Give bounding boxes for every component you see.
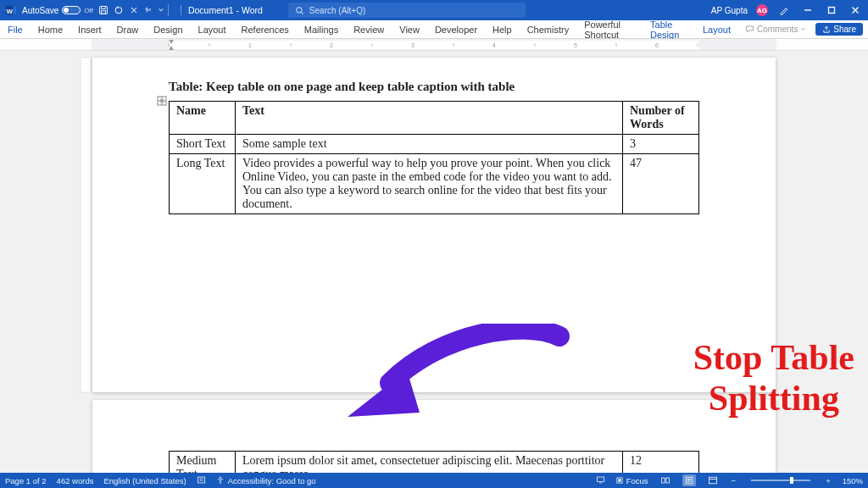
tab-insert[interactable]: Insert [70, 20, 109, 38]
autosave-state: Off [84, 7, 93, 14]
cell-text[interactable]: Video provides a powerful way to help yo… [236, 154, 623, 214]
save-icon[interactable] [98, 5, 108, 15]
annotation-line1: Stop Table [693, 337, 854, 378]
tab-home[interactable]: Home [31, 20, 70, 38]
svg-point-32 [220, 477, 221, 479]
zoom-in-button[interactable]: + [824, 476, 832, 485]
svg-rect-9 [92, 40, 776, 50]
read-mode-icon[interactable] [659, 474, 672, 486]
vertical-ruler[interactable] [80, 51, 92, 473]
word-app-icon: W [5, 4, 17, 16]
tab-references[interactable]: References [234, 20, 297, 38]
comments-button[interactable]: Comments [738, 20, 813, 38]
tab-file[interactable]: File [0, 20, 31, 38]
accessibility-icon [216, 476, 225, 485]
svg-rect-8 [829, 8, 835, 14]
redo-cancel-icon[interactable] [129, 5, 139, 15]
focus-icon [615, 476, 624, 485]
svg-rect-5 [101, 11, 105, 14]
status-macros-icon[interactable] [197, 475, 206, 486]
status-accessibility[interactable]: Accessibility: Good to go [216, 476, 316, 485]
chevron-down-icon[interactable] [158, 7, 164, 14]
print-layout-icon[interactable] [682, 474, 696, 486]
cell-num[interactable]: 12 [623, 452, 699, 474]
user-name[interactable]: AP Gupta [711, 6, 748, 15]
search-icon [295, 6, 304, 15]
chevron-down-icon [800, 26, 806, 32]
avatar[interactable]: AG [756, 4, 768, 16]
share-button[interactable]: Share [815, 23, 863, 36]
zoom-thumb[interactable] [790, 477, 793, 484]
title-bar: W AutoSave Off Document1 [0, 0, 868, 20]
tab-design[interactable]: Design [146, 20, 190, 38]
header-text[interactable]: Text [236, 102, 623, 135]
horizontal-ruler[interactable]: 123 456 [0, 39, 868, 51]
document-table-continued[interactable]: Medium Text Lorem ipsum dolor sit amet, … [169, 451, 699, 473]
zoom-out-button[interactable]: − [730, 476, 738, 485]
ribbon-tabs: File Home Insert Draw Design Layout Refe… [0, 20, 868, 39]
tab-help[interactable]: Help [485, 20, 520, 38]
web-layout-icon[interactable] [706, 474, 720, 486]
cell-text[interactable]: Some sample text [236, 135, 623, 154]
share-label: Share [833, 25, 856, 34]
header-name[interactable]: Name [170, 102, 236, 135]
tab-powerful-shortcut[interactable]: Powerful Shortcut [576, 20, 643, 38]
document-table[interactable]: Name Text Number of Words Short Text Som… [169, 101, 699, 214]
document-canvas[interactable]: Table: Keep table on one page and keep t… [0, 51, 868, 473]
svg-rect-31 [198, 477, 204, 483]
status-display-settings-icon[interactable] [596, 475, 605, 486]
svg-text:4: 4 [492, 42, 496, 48]
minimize-button[interactable] [800, 3, 815, 18]
table-row: Medium Text Lorem ipsum dolor sit amet, … [170, 452, 699, 474]
table-row: Long Text Video provides a powerful way … [170, 154, 699, 214]
tab-review[interactable]: Review [346, 20, 392, 38]
pen-icon[interactable] [776, 3, 792, 18]
table-anchor-icon[interactable] [157, 96, 167, 108]
tab-draw[interactable]: Draw [109, 20, 147, 38]
close-button[interactable] [848, 3, 863, 18]
cell-num[interactable]: 47 [623, 154, 699, 214]
svg-text:1: 1 [248, 42, 252, 48]
svg-rect-2 [14, 7, 17, 14]
cell-name[interactable]: Long Text [170, 154, 236, 214]
focus-label: Focus [626, 476, 648, 485]
autosave-toggle[interactable]: AutoSave Off [22, 6, 93, 15]
cell-num[interactable]: 3 [623, 135, 699, 154]
tab-developer[interactable]: Developer [427, 20, 485, 38]
header-number[interactable]: Number of Words [623, 102, 699, 135]
tab-table-design[interactable]: Table Design [643, 20, 695, 38]
tab-view[interactable]: View [392, 20, 427, 38]
zoom-slider[interactable] [751, 480, 810, 481]
tab-chemistry[interactable]: Chemistry [520, 20, 577, 38]
annotation-text: Stop Table Splitting [693, 337, 854, 419]
cell-name[interactable]: Short Text [170, 135, 236, 154]
autosave-label: AutoSave [22, 6, 58, 15]
divider [168, 4, 169, 16]
status-language[interactable]: English (United States) [103, 476, 186, 485]
table-header-row: Name Text Number of Words [170, 102, 699, 135]
undo-icon[interactable] [114, 5, 124, 15]
share-icon [822, 25, 831, 34]
svg-rect-33 [597, 477, 604, 482]
svg-point-7 [297, 7, 302, 12]
svg-rect-35 [618, 480, 620, 482]
search-input[interactable]: Search (Alt+Q) [288, 3, 526, 18]
table-row: Short Text Some sample text 3 [170, 135, 699, 154]
table-caption[interactable]: Table: Keep table on one page and keep t… [169, 80, 699, 94]
status-words[interactable]: 462 words [57, 476, 94, 485]
svg-point-6 [146, 8, 148, 11]
qat-dropdown-icon[interactable] [144, 6, 153, 14]
tab-table-layout[interactable]: Layout [695, 20, 738, 38]
toggle-off-icon [62, 6, 81, 14]
maximize-button[interactable] [824, 3, 839, 18]
accessibility-label: Accessibility: Good to go [228, 476, 316, 485]
cell-name[interactable]: Medium Text [170, 452, 236, 474]
focus-button[interactable]: Focus [615, 476, 648, 485]
comment-icon [745, 25, 754, 34]
zoom-level[interactable]: 150% [843, 476, 863, 485]
status-page[interactable]: Page 1 of 2 [5, 476, 47, 485]
comments-label: Comments [757, 25, 798, 34]
tab-layout[interactable]: Layout [191, 20, 234, 38]
cell-text[interactable]: Lorem ipsum dolor sit amet, consectetuer… [236, 452, 623, 474]
tab-mailings[interactable]: Mailings [297, 20, 346, 38]
